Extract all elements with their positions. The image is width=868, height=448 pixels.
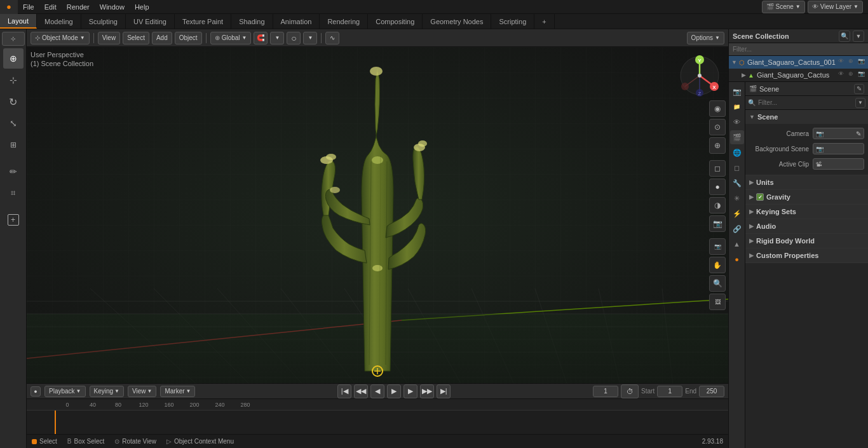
- tab-scripting[interactable]: Scripting: [491, 14, 534, 29]
- outliner-item-mesh[interactable]: ▶ ▲ Giant_Saguaro_Cactus 👁 ⊕ 📷: [729, 69, 868, 81]
- prev-frame-btn[interactable]: ◀: [370, 384, 384, 398]
- scene-selector[interactable]: 🎬 Scene ▼: [762, 1, 805, 13]
- gravity-header[interactable]: ▶ ✓ Gravity: [745, 190, 868, 204]
- scene-section-header[interactable]: ▼ Scene: [745, 110, 868, 124]
- props-tab-data[interactable]: ▲: [730, 237, 744, 251]
- props-tab-object[interactable]: ◻: [730, 161, 744, 175]
- tab-add[interactable]: +: [534, 14, 554, 29]
- tab-sculpting[interactable]: Sculpting: [81, 14, 126, 29]
- timeline-track[interactable]: [27, 411, 728, 434]
- viewport-shader-btn[interactable]: ◉: [709, 100, 726, 117]
- snap-toggle[interactable]: 🧲: [254, 32, 268, 44]
- tool-annotate[interactable]: ✏: [3, 161, 24, 182]
- props-tab-particles[interactable]: ✳: [730, 191, 744, 205]
- viewport-3d[interactable]: User Perspective (1) Scene Collection Y …: [27, 47, 728, 383]
- props-tab-physics[interactable]: ⚡: [730, 207, 744, 221]
- tool-scale[interactable]: ⤡: [3, 113, 24, 133]
- outliner-filter-btn[interactable]: ▼: [853, 31, 864, 42]
- end-frame-input[interactable]: [699, 386, 724, 397]
- gravity-checkbox[interactable]: ✓: [756, 193, 764, 201]
- custom-props-header[interactable]: ▶ Custom Properties: [745, 248, 868, 262]
- props-search-input[interactable]: [758, 99, 853, 106]
- props-tab-modifier[interactable]: 🔧: [730, 176, 744, 190]
- tab-layout[interactable]: Layout: [0, 14, 37, 29]
- material-preview-btn[interactable]: ◑: [709, 197, 726, 214]
- audio-header[interactable]: ▶ Audio: [745, 219, 868, 233]
- next-keyframe-btn[interactable]: ▶▶: [420, 384, 434, 398]
- snap-options[interactable]: ▼: [270, 32, 284, 44]
- wireframe-btn[interactable]: ◻: [709, 160, 726, 177]
- mesh-hide-btn[interactable]: 👁: [836, 71, 845, 79]
- graph-toggle[interactable]: ∿: [325, 32, 339, 44]
- collection-viewport-btn[interactable]: ⊕: [846, 58, 855, 67]
- props-tab-world[interactable]: 🌐: [730, 146, 744, 160]
- props-tab-render[interactable]: 📷: [730, 85, 744, 98]
- tab-texture-paint[interactable]: Texture Paint: [175, 14, 231, 29]
- camera-edit-btn[interactable]: ✎: [856, 130, 861, 137]
- zoom-in-btn[interactable]: 🔍: [709, 275, 726, 292]
- prev-keyframe-btn[interactable]: ◀◀: [354, 384, 368, 398]
- mode-selector[interactable]: ⊹: [2, 32, 25, 46]
- keying-dropdown[interactable]: Keying ▼: [90, 386, 125, 397]
- tool-cursor[interactable]: ⊕: [3, 48, 24, 69]
- collection-hide-btn[interactable]: 👁: [836, 58, 845, 67]
- menu-window[interactable]: Window: [95, 0, 130, 13]
- next-frame-btn[interactable]: ▶: [403, 384, 417, 398]
- select-menu[interactable]: Select: [123, 32, 149, 44]
- props-tab-material[interactable]: ●: [730, 252, 744, 266]
- camera-view-btn[interactable]: 📷: [709, 238, 726, 255]
- tab-compositing[interactable]: Compositing: [368, 14, 423, 29]
- props-tab-output[interactable]: 📁: [730, 100, 744, 114]
- camera-value[interactable]: 📷 ✎: [813, 128, 864, 139]
- solid-view-btn[interactable]: ●: [709, 179, 726, 195]
- start-frame-input[interactable]: [657, 386, 682, 397]
- mesh-viewport-btn[interactable]: ⊕: [846, 71, 855, 79]
- menu-render[interactable]: Render: [62, 0, 95, 13]
- marker-dropdown[interactable]: Marker ▼: [160, 386, 195, 397]
- tool-rotate[interactable]: ↻: [3, 92, 24, 112]
- active-clip-value[interactable]: 📽: [813, 158, 864, 170]
- menu-edit[interactable]: Edit: [39, 0, 62, 13]
- bg-scene-value[interactable]: 📷: [813, 143, 864, 154]
- options-btn[interactable]: Options ▼: [687, 32, 724, 44]
- mesh-render-btn[interactable]: 📷: [857, 71, 865, 79]
- keying-sets-header[interactable]: ▶ Keying Sets: [745, 205, 868, 219]
- cactus-object[interactable]: [298, 66, 457, 383]
- tab-geometry-nodes[interactable]: Geometry Nodes: [423, 14, 491, 29]
- menu-help[interactable]: Help: [130, 0, 154, 13]
- props-tab-scene[interactable]: 🎬: [730, 130, 744, 144]
- tab-uv-editing[interactable]: UV Editing: [126, 14, 175, 29]
- render-preview-btn[interactable]: 📷: [709, 215, 726, 232]
- outliner-search-btn[interactable]: 🔍: [839, 31, 850, 42]
- transform-space[interactable]: ⊕ Global ▼: [210, 32, 252, 44]
- tool-measure[interactable]: ⌗: [3, 183, 24, 203]
- tab-shading[interactable]: Shading: [231, 14, 273, 29]
- viewport-gizmo[interactable]: Y X Z: [677, 53, 722, 98]
- hand-pan-btn[interactable]: ✋: [709, 257, 726, 273]
- image-viewer-btn[interactable]: 🖼: [709, 294, 726, 310]
- fps-display[interactable]: ⏱: [621, 384, 639, 398]
- tool-move[interactable]: ⊹: [3, 70, 24, 90]
- jump-start-btn[interactable]: |◀: [337, 384, 351, 398]
- menu-file[interactable]: File: [18, 0, 39, 13]
- add-menu[interactable]: Add: [152, 32, 172, 44]
- jump-end-btn[interactable]: ▶|: [437, 384, 451, 398]
- proportional-options[interactable]: ▼: [303, 32, 317, 44]
- outliner-item-collection[interactable]: ▼ ⬡ Giant_Saguaro_Cactus_001 👁 ⊕ 📷: [729, 56, 868, 69]
- rigid-body-header[interactable]: ▶ Rigid Body World: [745, 234, 868, 248]
- timeline-menu-btn[interactable]: ●: [31, 386, 41, 397]
- tool-add-object[interactable]: +: [3, 210, 24, 230]
- play-btn[interactable]: ▶: [387, 384, 401, 398]
- tool-transform[interactable]: ⊞: [3, 135, 24, 155]
- view-dropdown[interactable]: View ▼: [128, 386, 156, 397]
- object-menu[interactable]: Object: [175, 32, 202, 44]
- view-layer-selector[interactable]: 👁 View Layer ▼: [808, 1, 863, 13]
- view-menu[interactable]: View: [98, 32, 121, 44]
- props-filter-btn[interactable]: ▼: [855, 98, 865, 108]
- object-mode-dropdown[interactable]: ⊹ Object Mode ▼: [31, 32, 90, 44]
- playback-dropdown[interactable]: Playback ▼: [44, 386, 86, 397]
- props-tab-constraints[interactable]: 🔗: [730, 222, 744, 236]
- current-frame-input[interactable]: [593, 386, 618, 397]
- outliner-search-input[interactable]: [729, 43, 868, 56]
- units-header[interactable]: ▶ Units: [745, 175, 868, 189]
